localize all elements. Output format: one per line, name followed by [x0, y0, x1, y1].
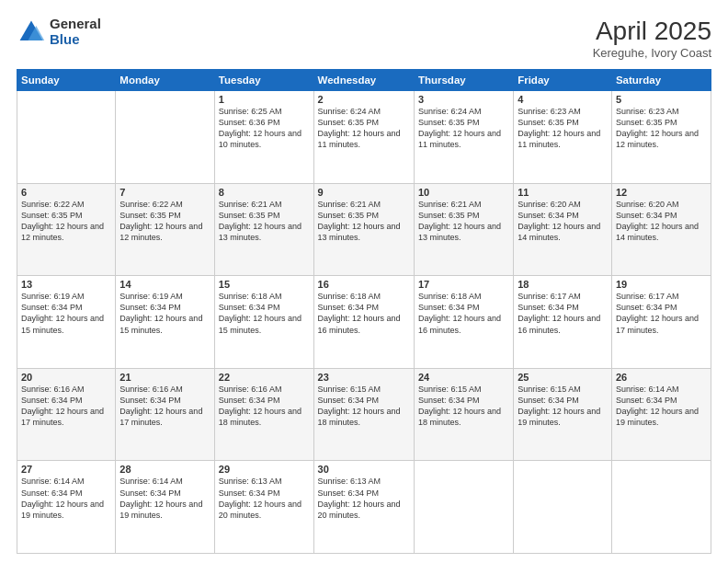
- calendar-cell: 26Sunrise: 6:14 AMSunset: 6:34 PMDayligh…: [611, 368, 711, 461]
- calendar-cell: [116, 91, 215, 184]
- day-number: 16: [318, 279, 410, 290]
- calendar-cell: 20Sunrise: 6:16 AMSunset: 6:34 PMDayligh…: [17, 368, 116, 461]
- calendar-body: 1Sunrise: 6:25 AMSunset: 6:36 PMDaylight…: [17, 91, 711, 554]
- col-tuesday: Tuesday: [214, 70, 313, 91]
- calendar-week-4: 20Sunrise: 6:16 AMSunset: 6:34 PMDayligh…: [17, 368, 711, 461]
- logo-icon: [17, 17, 46, 47]
- calendar-cell: 19Sunrise: 6:17 AMSunset: 6:34 PMDayligh…: [611, 276, 711, 369]
- day-info: Sunrise: 6:16 AMSunset: 6:34 PMDaylight:…: [219, 384, 310, 429]
- calendar-cell: 21Sunrise: 6:16 AMSunset: 6:34 PMDayligh…: [116, 368, 215, 461]
- day-number: 26: [616, 372, 707, 383]
- day-number: 23: [318, 372, 410, 383]
- day-info: Sunrise: 6:21 AMSunset: 6:35 PMDaylight:…: [219, 199, 310, 244]
- day-number: 13: [21, 279, 111, 290]
- day-info: Sunrise: 6:17 AMSunset: 6:34 PMDaylight:…: [616, 291, 707, 336]
- day-number: 11: [518, 187, 608, 198]
- day-info: Sunrise: 6:13 AMSunset: 6:34 PMDaylight:…: [318, 476, 410, 521]
- calendar-cell: 13Sunrise: 6:19 AMSunset: 6:34 PMDayligh…: [17, 276, 116, 369]
- calendar-cell: 4Sunrise: 6:23 AMSunset: 6:35 PMDaylight…: [514, 91, 612, 184]
- day-number: 30: [318, 464, 410, 475]
- day-number: 7: [119, 187, 210, 198]
- day-number: 14: [119, 279, 210, 290]
- logo-general-text: General: [50, 17, 101, 32]
- day-info: Sunrise: 6:19 AMSunset: 6:34 PMDaylight:…: [119, 291, 210, 336]
- day-info: Sunrise: 6:15 AMSunset: 6:34 PMDaylight:…: [418, 384, 509, 429]
- day-info: Sunrise: 6:20 AMSunset: 6:34 PMDaylight:…: [518, 199, 608, 244]
- day-info: Sunrise: 6:23 AMSunset: 6:35 PMDaylight:…: [616, 106, 707, 151]
- calendar-subtitle: Kereguhe, Ivory Coast: [593, 46, 711, 60]
- day-info: Sunrise: 6:18 AMSunset: 6:34 PMDaylight:…: [219, 291, 310, 336]
- calendar-cell: 22Sunrise: 6:16 AMSunset: 6:34 PMDayligh…: [214, 368, 313, 461]
- day-number: 4: [518, 94, 608, 105]
- calendar-cell: 25Sunrise: 6:15 AMSunset: 6:34 PMDayligh…: [514, 368, 612, 461]
- logo-blue-text: Blue: [50, 32, 101, 48]
- col-saturday: Saturday: [611, 70, 711, 91]
- calendar-week-2: 6Sunrise: 6:22 AMSunset: 6:35 PMDaylight…: [17, 183, 711, 276]
- calendar-cell: 23Sunrise: 6:15 AMSunset: 6:34 PMDayligh…: [313, 368, 414, 461]
- calendar-cell: [414, 461, 513, 554]
- day-number: 17: [418, 279, 509, 290]
- col-friday: Friday: [514, 70, 612, 91]
- calendar-cell: [611, 461, 711, 554]
- page: General Blue April 2025 Kereguhe, Ivory …: [0, 0, 728, 563]
- calendar-cell: 15Sunrise: 6:18 AMSunset: 6:34 PMDayligh…: [214, 276, 313, 369]
- day-info: Sunrise: 6:16 AMSunset: 6:34 PMDaylight:…: [119, 384, 210, 429]
- day-number: 27: [21, 464, 111, 475]
- day-number: 18: [518, 279, 608, 290]
- day-info: Sunrise: 6:21 AMSunset: 6:35 PMDaylight:…: [418, 199, 509, 244]
- calendar-cell: 24Sunrise: 6:15 AMSunset: 6:34 PMDayligh…: [414, 368, 513, 461]
- day-number: 15: [219, 279, 310, 290]
- col-sunday: Sunday: [17, 70, 116, 91]
- day-number: 3: [418, 94, 509, 105]
- calendar-cell: 18Sunrise: 6:17 AMSunset: 6:34 PMDayligh…: [514, 276, 612, 369]
- day-number: 2: [318, 94, 410, 105]
- day-info: Sunrise: 6:16 AMSunset: 6:34 PMDaylight:…: [21, 384, 111, 429]
- day-info: Sunrise: 6:14 AMSunset: 6:34 PMDaylight:…: [119, 476, 210, 521]
- day-number: 24: [418, 372, 509, 383]
- calendar-week-1: 1Sunrise: 6:25 AMSunset: 6:36 PMDaylight…: [17, 91, 711, 184]
- day-number: 1: [219, 94, 310, 105]
- day-info: Sunrise: 6:18 AMSunset: 6:34 PMDaylight:…: [318, 291, 410, 336]
- calendar-cell: 5Sunrise: 6:23 AMSunset: 6:35 PMDaylight…: [611, 91, 711, 184]
- header-row: Sunday Monday Tuesday Wednesday Thursday…: [17, 70, 711, 91]
- day-number: 19: [616, 279, 707, 290]
- day-info: Sunrise: 6:22 AMSunset: 6:35 PMDaylight:…: [119, 199, 210, 244]
- calendar-title: April 2025: [593, 17, 711, 46]
- day-info: Sunrise: 6:22 AMSunset: 6:35 PMDaylight:…: [21, 199, 111, 244]
- col-thursday: Thursday: [414, 70, 513, 91]
- day-number: 9: [318, 187, 410, 198]
- day-number: 25: [518, 372, 608, 383]
- day-number: 8: [219, 187, 310, 198]
- day-number: 29: [219, 464, 310, 475]
- day-number: 21: [119, 372, 210, 383]
- calendar-week-5: 27Sunrise: 6:14 AMSunset: 6:34 PMDayligh…: [17, 461, 711, 554]
- day-number: 12: [616, 187, 707, 198]
- day-info: Sunrise: 6:24 AMSunset: 6:35 PMDaylight:…: [318, 106, 410, 151]
- day-number: 20: [21, 372, 111, 383]
- day-info: Sunrise: 6:21 AMSunset: 6:35 PMDaylight:…: [318, 199, 410, 244]
- calendar-cell: 1Sunrise: 6:25 AMSunset: 6:36 PMDaylight…: [214, 91, 313, 184]
- day-info: Sunrise: 6:19 AMSunset: 6:34 PMDaylight:…: [21, 291, 111, 336]
- day-info: Sunrise: 6:23 AMSunset: 6:35 PMDaylight:…: [518, 106, 608, 151]
- calendar-cell: 9Sunrise: 6:21 AMSunset: 6:35 PMDaylight…: [313, 183, 414, 276]
- day-info: Sunrise: 6:24 AMSunset: 6:35 PMDaylight:…: [418, 106, 509, 151]
- day-number: 28: [119, 464, 210, 475]
- calendar-table: Sunday Monday Tuesday Wednesday Thursday…: [17, 69, 711, 554]
- day-number: 22: [219, 372, 310, 383]
- calendar-cell: 2Sunrise: 6:24 AMSunset: 6:35 PMDaylight…: [313, 91, 414, 184]
- calendar-cell: 30Sunrise: 6:13 AMSunset: 6:34 PMDayligh…: [313, 461, 414, 554]
- col-monday: Monday: [116, 70, 215, 91]
- calendar-cell: 6Sunrise: 6:22 AMSunset: 6:35 PMDaylight…: [17, 183, 116, 276]
- day-info: Sunrise: 6:15 AMSunset: 6:34 PMDaylight:…: [318, 384, 410, 429]
- day-number: 10: [418, 187, 509, 198]
- calendar-cell: 27Sunrise: 6:14 AMSunset: 6:34 PMDayligh…: [17, 461, 116, 554]
- calendar-cell: 14Sunrise: 6:19 AMSunset: 6:34 PMDayligh…: [116, 276, 215, 369]
- day-info: Sunrise: 6:13 AMSunset: 6:34 PMDaylight:…: [219, 476, 310, 521]
- calendar-cell: [514, 461, 612, 554]
- day-number: 5: [616, 94, 707, 105]
- day-info: Sunrise: 6:14 AMSunset: 6:34 PMDaylight:…: [21, 476, 111, 521]
- calendar-cell: 16Sunrise: 6:18 AMSunset: 6:34 PMDayligh…: [313, 276, 414, 369]
- calendar-header: Sunday Monday Tuesday Wednesday Thursday…: [17, 70, 711, 91]
- day-info: Sunrise: 6:20 AMSunset: 6:34 PMDaylight:…: [616, 199, 707, 244]
- logo: General Blue: [17, 17, 101, 47]
